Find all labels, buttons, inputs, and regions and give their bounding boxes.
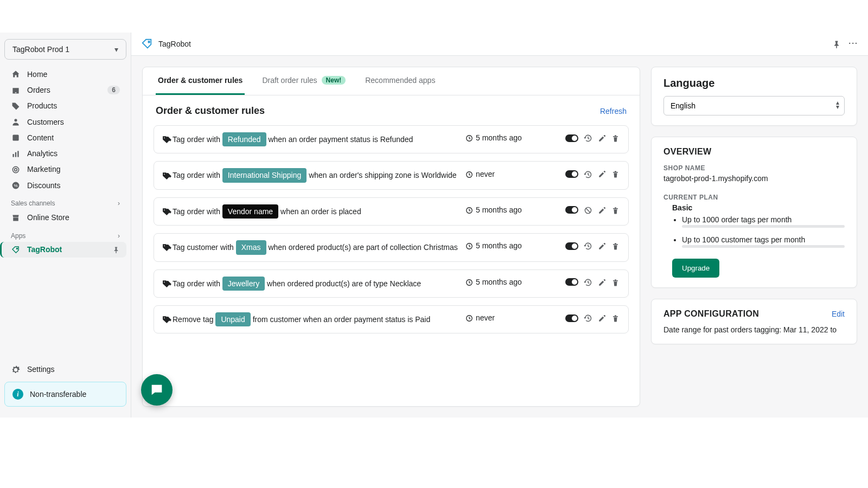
- rule-actions: [565, 312, 620, 323]
- rule-toggle[interactable]: [565, 170, 578, 178]
- tab-draft-order-rules[interactable]: Draft order rules New!: [260, 67, 348, 95]
- rule-actions: [565, 204, 620, 215]
- tags-icon: [163, 169, 171, 181]
- rule-pre: Tag order with: [173, 169, 222, 181]
- rule-tag: Refunded: [222, 132, 266, 146]
- tags-icon: [163, 278, 171, 290]
- history-icon[interactable]: [584, 133, 592, 143]
- nav-online-store[interactable]: Online Store: [4, 209, 126, 225]
- delete-icon[interactable]: [611, 133, 620, 143]
- nav-home[interactable]: Home: [4, 66, 126, 82]
- nav-section-sales-channels[interactable]: Sales channels ›: [4, 193, 126, 209]
- rule-post: when an order payment status is Refunded: [266, 133, 413, 145]
- svg-point-5: [12, 166, 18, 172]
- rule-toggle[interactable]: [565, 314, 578, 322]
- rule-description: Tag order with Vendor name when an order…: [163, 204, 458, 219]
- delete-icon[interactable]: [611, 170, 620, 179]
- svg-rect-2: [12, 154, 14, 157]
- tab-order-customer-rules[interactable]: Order & customer rules: [156, 67, 245, 95]
- nav-customers[interactable]: Customers: [4, 114, 126, 130]
- nav-label: TagRobot: [27, 245, 62, 254]
- history-icon[interactable]: [584, 169, 592, 178]
- delete-icon[interactable]: [611, 241, 620, 251]
- nav-settings[interactable]: Settings: [4, 362, 126, 377]
- sidebar: TagRobot Prod 1 ▾ Home Orders 6 Products…: [0, 33, 131, 418]
- rule-row[interactable]: Tag customer with Xmas when ordered prod…: [154, 233, 629, 261]
- tabs: Order & customer rules Draft order rules…: [143, 67, 640, 95]
- svg-point-20: [164, 281, 165, 282]
- rule-time-text: never: [476, 313, 495, 322]
- tab-recommended-apps[interactable]: Recommended apps: [363, 67, 437, 95]
- pin-icon[interactable]: [112, 246, 120, 254]
- nav-label: Home: [27, 70, 47, 79]
- edit-icon[interactable]: [598, 241, 606, 251]
- rule-toggle[interactable]: [565, 242, 578, 250]
- nav-discounts[interactable]: % Discounts: [4, 177, 126, 193]
- more-icon[interactable]: ···: [848, 39, 858, 48]
- delete-icon[interactable]: [611, 206, 620, 215]
- rule-row[interactable]: Tag order with International Shipping wh…: [154, 161, 629, 189]
- edit-icon[interactable]: [598, 170, 606, 179]
- rule-toggle[interactable]: [565, 278, 578, 286]
- edit-icon[interactable]: [598, 133, 606, 143]
- rule-row[interactable]: Tag order with Vendor name when an order…: [154, 197, 629, 226]
- store-name: TagRobot Prod 1: [12, 45, 69, 54]
- rules-card: Order & customer rules Draft order rules…: [142, 67, 640, 407]
- caret-down-icon: ▾: [114, 45, 118, 54]
- rule-row[interactable]: Tag order with Jewellery when ordered pr…: [154, 269, 629, 298]
- nav-analytics[interactable]: Analytics: [4, 145, 126, 161]
- person-icon: [11, 117, 21, 126]
- home-icon: [11, 69, 21, 79]
- language-select[interactable]: English: [663, 96, 845, 115]
- nav-products[interactable]: Products: [4, 98, 126, 114]
- store-selector[interactable]: TagRobot Prod 1 ▾: [4, 39, 126, 60]
- nav-section-apps[interactable]: Apps ›: [4, 226, 126, 242]
- rule-tag: Xmas: [236, 240, 266, 254]
- upgrade-button[interactable]: Upgrade: [672, 259, 719, 278]
- edit-icon[interactable]: [598, 278, 606, 287]
- rule-time-text: 5 months ago: [476, 206, 522, 214]
- app-root: TagRobot Prod 1 ▾ Home Orders 6 Products…: [0, 33, 868, 418]
- history-icon[interactable]: [584, 278, 592, 287]
- clock-icon: [465, 241, 473, 250]
- primary-nav: Home Orders 6 Products Customers Content: [4, 66, 126, 258]
- tags-icon: [163, 241, 171, 253]
- rule-pre: Tag order with: [173, 206, 222, 217]
- app-config-card: APP CONFIGURATION Edit Date range for pa…: [651, 299, 857, 344]
- nav-marketing[interactable]: Marketing: [4, 162, 126, 177]
- new-badge: New!: [322, 76, 346, 85]
- rule-row[interactable]: Tag order with Refunded when an order pa…: [154, 125, 629, 153]
- nav-content[interactable]: Content: [4, 130, 126, 145]
- svg-rect-4: [17, 151, 18, 157]
- history-icon[interactable]: [584, 241, 592, 251]
- rule-timestamp: 5 months ago: [465, 132, 558, 142]
- pin-icon[interactable]: [832, 39, 841, 48]
- chat-fab[interactable]: [141, 374, 173, 406]
- rule-pre: Tag order with: [173, 133, 222, 145]
- refresh-link[interactable]: Refresh: [600, 107, 627, 115]
- delete-icon[interactable]: [611, 313, 620, 323]
- plan-feature: Up to 1000 customer tags per month: [682, 235, 845, 248]
- svg-point-6: [15, 169, 17, 171]
- rule-description: Tag order with International Shipping wh…: [163, 168, 458, 182]
- rule-timestamp: 5 months ago: [465, 277, 558, 286]
- rule-toggle[interactable]: [565, 134, 578, 142]
- edit-link[interactable]: Edit: [832, 310, 845, 318]
- nav-orders[interactable]: Orders 6: [4, 82, 126, 98]
- rule-toggle[interactable]: [565, 206, 578, 214]
- nav-tagrobot[interactable]: TagRobot: [0, 242, 126, 258]
- svg-point-18: [164, 246, 165, 247]
- edit-icon[interactable]: [598, 313, 606, 323]
- block-icon[interactable]: [584, 206, 592, 215]
- rules-header: Order & customer rules Refresh: [143, 95, 640, 122]
- rule-row[interactable]: Remove tag Unpaid from customer when an …: [154, 305, 629, 333]
- bars-icon: [11, 149, 21, 158]
- history-icon[interactable]: [584, 313, 592, 323]
- rule-timestamp: 5 months ago: [465, 204, 558, 214]
- rule-pre: Tag customer with: [173, 241, 236, 253]
- edit-icon[interactable]: [598, 206, 606, 215]
- nav-label: Online Store: [27, 213, 69, 222]
- delete-icon[interactable]: [611, 278, 620, 287]
- app-config-text: Date range for past orders tagging: Mar …: [663, 325, 845, 334]
- clock-icon: [465, 169, 473, 178]
